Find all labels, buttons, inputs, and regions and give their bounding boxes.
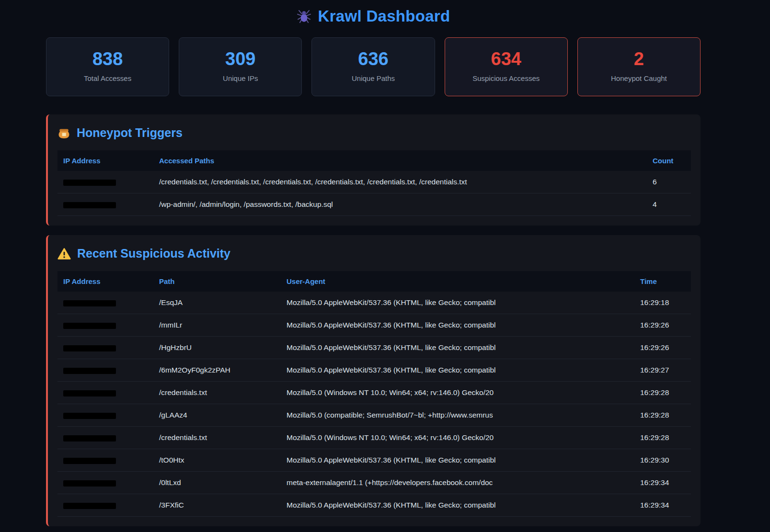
table-row: /6mM2OyF0gk2zPAHMozilla/5.0 AppleWebKit/… [57,359,691,382]
table-row: /mmILrMozilla/5.0 AppleWebKit/537.36 (KH… [57,314,691,337]
path-cell: /HgHzbrU [153,337,281,359]
suspicious-table-body: /EsqJAMozilla/5.0 AppleWebKit/537.36 (KH… [57,292,691,517]
redacted-ip-bar [63,435,116,441]
redacted-ip-bar [63,345,116,351]
user-agent-cell: Mozilla/5.0 (Windows NT 10.0; Win64; x64… [281,427,634,449]
count-cell: 6 [647,171,691,193]
stat-card-honeypot-caught: 2Honeypot Caught [577,37,701,97]
warning-icon [57,247,71,260]
stat-label: Unique Paths [316,74,430,82]
user-agent-cell: meta-externalagent/1.1 (+https://develop… [281,472,634,494]
time-cell: 16:29:28 [634,427,691,449]
column-header-ip: IP Address [57,271,153,292]
user-agent-cell: Mozilla/5.0 AppleWebKit/537.36 (KHTML, l… [281,494,634,517]
honeypot-panel: Honeypot Triggers IP Address Accessed Pa… [46,114,701,226]
user-agent-cell: Mozilla/5.0 (compatible; SemrushBot/7~bl… [281,404,634,427]
path-cell: /EsqJA [153,292,281,314]
ip-address-cell [57,404,153,427]
honeypot-table-body: /credentials.txt, /credentials.txt, /cre… [57,171,691,216]
stat-label: Suspicious Accesses [449,74,563,82]
table-row: /gLAAz4Mozilla/5.0 (compatible; SemrushB… [57,404,691,427]
time-cell: 16:29:28 [634,404,691,427]
redacted-ip-bar [63,180,116,186]
time-cell: 16:29:26 [634,314,691,337]
stat-value: 634 [449,49,563,69]
redacted-ip-bar [63,202,116,208]
redacted-ip-bar [63,413,116,419]
column-header-user-agent: User-Agent [281,271,634,292]
stat-card-unique-ips: 309Unique IPs [179,37,302,97]
suspicious-table-header-row: IP Address Path User-Agent Time [57,271,691,292]
honeypot-icon [57,126,70,139]
time-cell: 16:29:30 [634,449,691,472]
redacted-ip-bar [63,480,116,487]
accessed-paths-cell: /credentials.txt, /credentials.txt, /cre… [153,171,647,193]
table-row: /credentials.txtMozilla/5.0 (Windows NT … [57,427,691,449]
table-row: /3FXfiCMozilla/5.0 AppleWebKit/537.36 (K… [57,494,691,517]
redacted-ip-bar [63,323,116,329]
stat-card-total-accesses: 838Total Accesses [46,37,169,97]
column-header-path: Path [153,271,281,292]
user-agent-cell: Mozilla/5.0 AppleWebKit/537.36 (KHTML, l… [281,337,634,359]
user-agent-cell: Mozilla/5.0 AppleWebKit/537.36 (KHTML, l… [281,359,634,382]
user-agent-cell: Mozilla/5.0 (Windows NT 10.0; Win64; x64… [281,382,634,404]
path-cell: /tO0Htx [153,449,281,472]
honeypot-table-header-row: IP Address Accessed Paths Count [57,150,691,171]
path-cell: /gLAAz4 [153,404,281,427]
path-cell: /mmILr [153,314,281,337]
stat-value: 636 [316,49,430,69]
honeypot-title: Honeypot Triggers [57,126,691,140]
redacted-ip-bar [63,368,116,374]
redacted-ip-bar [63,458,116,464]
accessed-paths-cell: /wp-admin/, /admin/login, /passwords.txt… [153,193,647,216]
time-cell: 16:29:28 [634,382,691,404]
time-cell: 16:29:34 [634,494,691,517]
stat-value: 309 [183,49,298,69]
path-cell: /0ltLxd [153,472,281,494]
path-cell: /6mM2OyF0gk2zPAH [153,359,281,382]
ip-address-cell [57,292,153,314]
redacted-ip-bar [63,300,116,306]
column-header-ip: IP Address [57,150,153,171]
user-agent-cell: Mozilla/5.0 AppleWebKit/537.36 (KHTML, l… [281,449,634,472]
ip-address-cell [57,494,153,517]
ip-address-cell [57,382,153,404]
time-cell: 16:29:18 [634,292,691,314]
stat-value: 2 [582,49,696,69]
suspicious-activity-panel: Recent Suspicious Activity IP Address Pa… [46,235,701,526]
count-cell: 4 [647,193,691,216]
suspicious-activity-title-text: Recent Suspicious Activity [77,247,230,260]
user-agent-cell: Mozilla/5.0 AppleWebKit/537.36 (KHTML, l… [281,314,634,337]
path-cell: /credentials.txt [153,382,281,404]
table-row: /credentials.txtMozilla/5.0 (Windows NT … [57,382,691,404]
page-header: Krawl Dashboard [46,0,701,37]
page-title: Krawl Dashboard [297,7,450,25]
time-cell: 16:29:27 [634,359,691,382]
suspicious-activity-table: IP Address Path User-Agent Time /EsqJAMo… [57,271,691,517]
column-header-time: Time [634,271,691,292]
path-cell: /3FXfiC [153,494,281,517]
table-row: /HgHzbrUMozilla/5.0 AppleWebKit/537.36 (… [57,337,691,359]
redacted-ip-bar [63,390,116,396]
stat-label: Total Accesses [50,74,165,82]
time-cell: 16:29:26 [634,337,691,359]
page-title-text: Krawl Dashboard [318,7,450,25]
stat-label: Unique IPs [183,74,298,82]
ip-address-cell [57,193,153,216]
honeypot-table: IP Address Accessed Paths Count /credent… [57,150,691,216]
column-header-paths: Accessed Paths [153,150,647,171]
stat-card-suspicious-accesses: 634Suspicious Accesses [445,37,568,97]
spider-icon [297,9,311,24]
honeypot-title-text: Honeypot Triggers [77,126,183,140]
user-agent-cell: Mozilla/5.0 AppleWebKit/537.36 (KHTML, l… [281,292,634,314]
table-row: /wp-admin/, /admin/login, /passwords.txt… [57,193,691,216]
ip-address-cell [57,427,153,449]
table-row: /tO0HtxMozilla/5.0 AppleWebKit/537.36 (K… [57,449,691,472]
ip-address-cell [57,359,153,382]
ip-address-cell [57,171,153,193]
dashboard-container: Krawl Dashboard 838Total Accesses309Uniq… [46,0,701,526]
table-row: /0ltLxdmeta-externalagent/1.1 (+https://… [57,472,691,494]
ip-address-cell [57,314,153,337]
ip-address-cell [57,472,153,494]
path-cell: /credentials.txt [153,427,281,449]
